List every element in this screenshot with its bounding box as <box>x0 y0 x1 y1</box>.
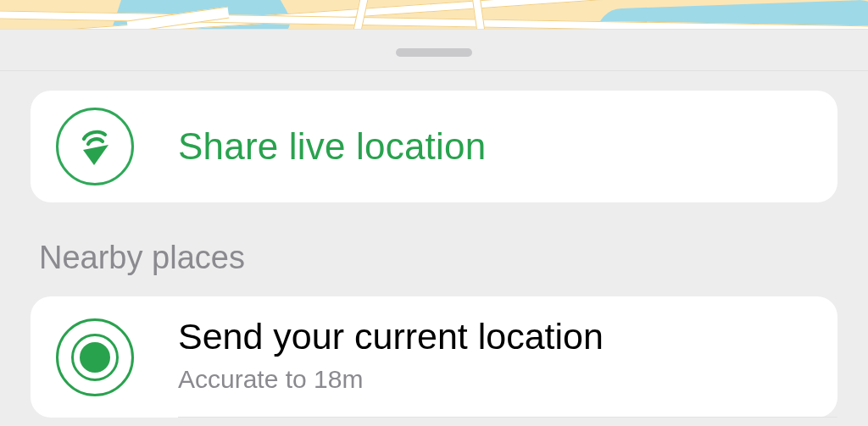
sheet-grabber[interactable] <box>396 48 472 57</box>
live-location-icon <box>56 108 134 185</box>
share-live-location-card: Share live location <box>31 91 837 202</box>
location-share-sheet: Share live location Nearby places Send y… <box>0 29 868 426</box>
current-location-icon <box>56 318 134 396</box>
list-divider <box>178 417 837 418</box>
share-live-location-button[interactable]: Share live location <box>31 91 837 202</box>
sheet-top-divider <box>0 70 868 71</box>
nearby-places-card: Send your current location Accurate to 1… <box>31 296 837 418</box>
send-current-location-button[interactable]: Send your current location Accurate to 1… <box>31 296 837 410</box>
nearby-places-heading: Nearby places <box>39 240 837 276</box>
share-live-location-label: Share live location <box>178 125 486 168</box>
map-preview[interactable] <box>0 0 868 29</box>
send-current-location-accuracy: Accurate to 18m <box>178 365 604 394</box>
send-current-location-title: Send your current location <box>178 315 604 358</box>
